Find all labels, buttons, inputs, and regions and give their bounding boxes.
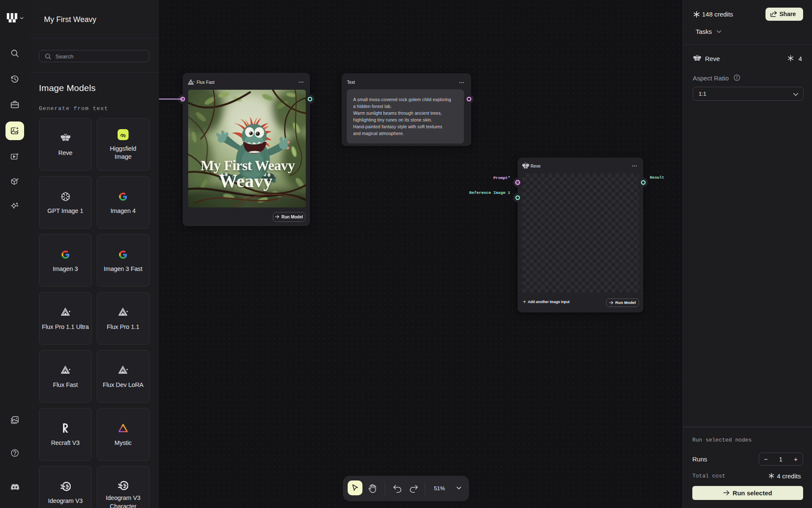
svg-text:Weavy: Weavy (219, 171, 272, 191)
